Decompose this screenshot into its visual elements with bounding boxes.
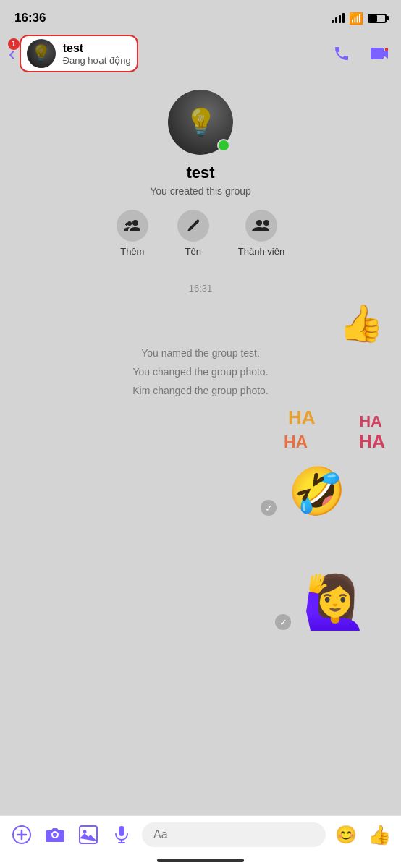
back-button[interactable]: ‹ 1 xyxy=(9,43,15,65)
ha1-text: HA xyxy=(288,407,316,429)
svg-point-8 xyxy=(83,830,87,834)
thumbs-up-icon: 👍 xyxy=(339,305,384,341)
svg-rect-7 xyxy=(80,826,97,843)
add-person-icon xyxy=(117,210,148,242)
ha4-text: HA xyxy=(359,431,385,452)
sticker-wave: 🙋‍♀️ xyxy=(295,532,389,633)
svg-rect-9 xyxy=(119,826,124,836)
system-msg-1: You named the group test. xyxy=(12,347,389,359)
video-button[interactable]: ● xyxy=(366,41,392,67)
profile-subtitle: You created this group xyxy=(150,185,251,197)
header-name: test xyxy=(63,42,131,55)
header-profile-card[interactable]: 💡 test Đang hoạt động xyxy=(20,35,138,72)
svg-point-3 xyxy=(263,220,269,226)
members-action[interactable]: Thành viên xyxy=(238,210,284,257)
avatar-image: 💡 xyxy=(27,39,56,68)
mic-button[interactable] xyxy=(109,822,135,848)
add-member-action[interactable]: Thêm xyxy=(117,210,148,257)
wave-figure: 🙋‍♀️ xyxy=(303,571,368,633)
add-button[interactable] xyxy=(9,822,35,848)
online-indicator xyxy=(217,139,230,152)
profile-avatar-wrap: 💡 xyxy=(168,90,233,155)
status-icons: 📶 xyxy=(332,12,387,25)
header-text: test Đang hoạt động xyxy=(63,42,131,66)
members-label: Thành viên xyxy=(238,246,284,257)
sticker-ha: HA HA HA HA 🤣 xyxy=(281,407,389,519)
rename-label: Tên xyxy=(185,246,201,257)
chat-area: 16:31 👍 You named the group test. You ch… xyxy=(0,271,401,644)
delivered-check-1: ✓ xyxy=(261,500,277,516)
phone-button[interactable] xyxy=(329,41,355,67)
status-time: 16:36 xyxy=(14,11,46,25)
profile-actions: Thêm Tên Th xyxy=(117,210,284,257)
home-indicator xyxy=(157,859,244,862)
back-badge: 1 xyxy=(8,38,20,50)
profile-section: 💡 test You created this group Thêm xyxy=(0,75,401,271)
gallery-button[interactable] xyxy=(75,822,101,848)
header-status: Đang hoạt động xyxy=(63,55,131,66)
svg-point-2 xyxy=(256,220,262,226)
system-msg-2: You changed the group photo. xyxy=(12,366,389,378)
sticker-ha-message: ✓ HA HA HA HA 🤣 xyxy=(12,407,389,519)
header-actions: ● xyxy=(329,41,392,67)
ha3-text: HA xyxy=(284,433,308,452)
emoji-button[interactable]: 😊 xyxy=(333,822,359,848)
thumbs-up-message: 👍 xyxy=(12,305,384,341)
status-bar: 16:36 📶 xyxy=(0,0,401,32)
members-icon xyxy=(245,210,277,242)
edit-icon xyxy=(177,210,209,242)
wifi-icon: 📶 xyxy=(349,12,363,25)
system-msg-3: Kim changed the group photo. xyxy=(12,385,389,396)
header-avatar: 💡 xyxy=(27,39,56,68)
chat-timestamp: 16:31 xyxy=(12,283,389,294)
laugh-figure: 🤣 xyxy=(288,464,346,519)
add-member-label: Thêm xyxy=(120,246,144,257)
rename-action[interactable]: Tên xyxy=(177,210,209,257)
signal-bars-icon xyxy=(332,13,345,23)
profile-name: test xyxy=(186,163,214,182)
battery-icon xyxy=(368,14,387,23)
header: ‹ 1 💡 test Đang hoạt động ● xyxy=(0,32,401,75)
camera-button[interactable] xyxy=(42,822,68,848)
message-input[interactable] xyxy=(142,822,326,847)
chat-scroll: 💡 test You created this group Thêm xyxy=(0,75,401,804)
ha2-text: HA xyxy=(359,412,382,431)
thumbs-up-send-button[interactable]: 👍 xyxy=(366,822,392,848)
delivered-check-2: ✓ xyxy=(275,614,291,630)
sticker-wave-message: ✓ 🙋‍♀️ xyxy=(12,532,389,633)
